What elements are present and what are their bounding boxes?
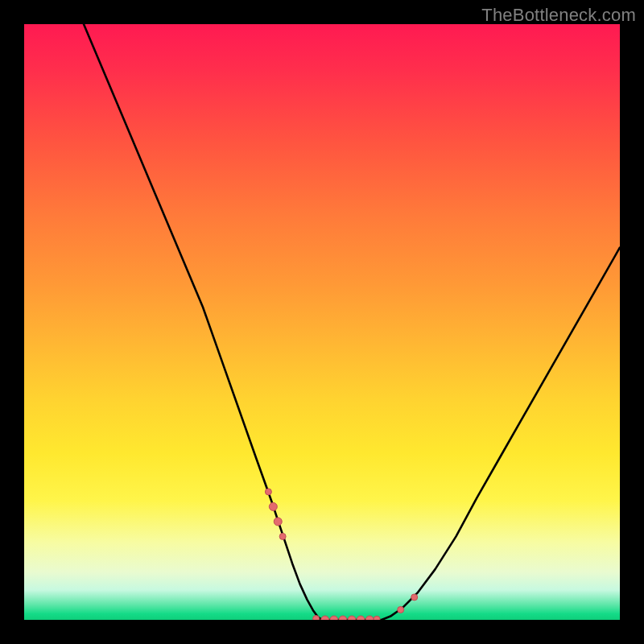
curve-marker xyxy=(374,616,380,620)
curve-marker xyxy=(321,616,329,620)
curve-markers xyxy=(265,489,417,620)
curve-marker xyxy=(313,616,320,620)
bottleneck-curve xyxy=(84,24,620,620)
curve-marker xyxy=(265,489,271,495)
curve-marker xyxy=(357,616,365,620)
curve-marker xyxy=(365,616,374,620)
attribution-text: TheBottleneck.com xyxy=(481,5,636,26)
curve-marker xyxy=(398,606,404,613)
curve-marker xyxy=(274,518,282,526)
bottleneck-curve-path xyxy=(84,24,620,620)
curve-marker xyxy=(269,502,277,510)
curves-svg xyxy=(24,24,620,620)
curve-marker xyxy=(279,533,286,539)
plot-area xyxy=(24,24,620,620)
curve-marker xyxy=(330,616,338,620)
curve-marker xyxy=(339,616,347,620)
curve-marker xyxy=(348,616,356,620)
chart-frame: TheBottleneck.com xyxy=(0,0,644,644)
curve-marker xyxy=(411,594,418,601)
